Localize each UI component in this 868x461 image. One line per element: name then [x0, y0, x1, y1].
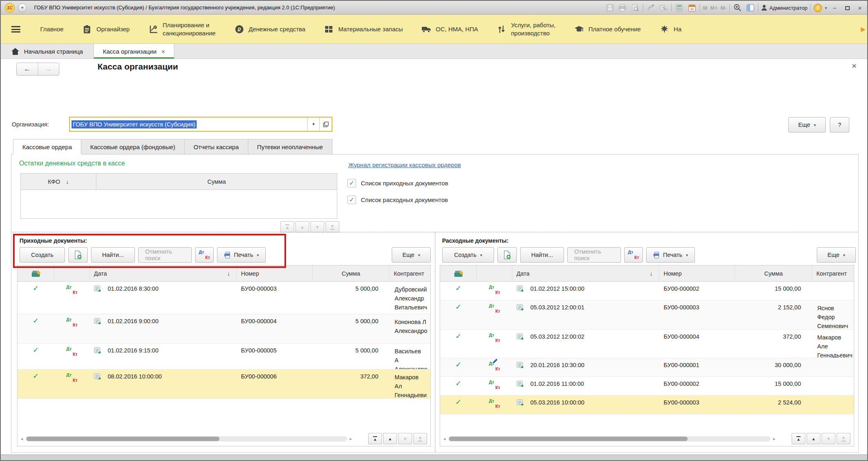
go-first-button[interactable]: ▲	[280, 221, 294, 233]
maximize-button[interactable]	[842, 4, 852, 11]
organization-open-icon[interactable]	[319, 117, 332, 131]
table-row[interactable]: ✓ ДтКт 01.02.2016 8:30:00 БУ00-000003 5 …	[17, 282, 430, 314]
table-row[interactable]: ✓ ДтКт 01.02.2016 9:00:00 БУ00-000004 5 …	[17, 314, 430, 344]
close-button[interactable]: ×	[855, 4, 865, 11]
column-blank[interactable]	[477, 265, 512, 281]
help-button[interactable]: ?	[830, 117, 849, 133]
organization-dropdown-icon[interactable]: ▾	[307, 117, 319, 131]
go-up-button[interactable]: ▲	[807, 433, 820, 444]
table-row[interactable]: ✓ ДтКт 01.02.2016 9:15:00 БУ00-000005 5 …	[17, 344, 430, 370]
go-last-button[interactable]: ▼	[413, 433, 427, 444]
attach-link-icon[interactable]	[659, 3, 668, 13]
calendar-icon[interactable]: 31	[687, 3, 697, 13]
tab-home[interactable]: Начальная страница	[1, 44, 93, 59]
go-up-button[interactable]: ▲	[295, 221, 309, 233]
hscrollbar-thumb[interactable]	[449, 437, 688, 441]
cash-register-icon[interactable]	[440, 265, 477, 281]
memory-add-icon[interactable]: M+	[710, 5, 718, 11]
column-kfo[interactable]: КФО ↓	[21, 174, 96, 189]
go-down-button[interactable]: ▼	[822, 433, 835, 444]
go-first-button[interactable]: ▲	[792, 433, 805, 444]
menu-overflow-arrow-icon[interactable]: ▶	[861, 26, 866, 33]
split-view-icon[interactable]	[745, 3, 755, 13]
hamburger-icon[interactable]	[11, 26, 20, 33]
menu-item-taxes[interactable]: На	[650, 15, 691, 43]
hscrollbar-track[interactable]	[26, 436, 347, 441]
memory-recall-icon[interactable]: M	[703, 5, 707, 11]
menu-item-paid-education[interactable]: Платное обучение	[565, 15, 650, 43]
column-sum[interactable]: Сумма	[735, 265, 812, 281]
incoming-new-document-icon[interactable]	[68, 247, 88, 263]
column-sum[interactable]: Сумма	[96, 174, 337, 189]
outgoing-cancel-search-button[interactable]: Отменить поиск	[567, 247, 621, 263]
table-row[interactable]: ✓ ДтКт 01.02.2012 15:00:00 БУ00-000002 1…	[440, 282, 854, 300]
journal-link[interactable]: Журнал регистрации кассовых ордеров	[348, 161, 461, 168]
outgoing-find-button[interactable]: Найти...	[520, 247, 564, 263]
checkbox-outgoing-list[interactable]: ✓ Список расходных документов	[347, 196, 448, 204]
print-preview-icon[interactable]	[630, 3, 640, 13]
outgoing-more-button[interactable]: Еще▾	[817, 247, 856, 263]
zoom-icon[interactable]	[733, 3, 742, 13]
go-up-button[interactable]: ▲	[383, 433, 397, 444]
go-last-button[interactable]: ▼	[837, 433, 851, 444]
incoming-cancel-search-button[interactable]: Отменить поиск	[138, 247, 192, 263]
info-icon[interactable]: i	[814, 4, 822, 12]
save-icon[interactable]	[605, 3, 615, 13]
hscrollbar-thumb[interactable]	[26, 437, 219, 441]
tab-cashier-reports[interactable]: Отчеты кассира	[184, 139, 248, 154]
tab-cash-orders[interactable]: Кассовые ордера	[13, 139, 81, 154]
scroll-right-icon[interactable]: ▸	[349, 436, 352, 441]
incoming-create-button[interactable]: Создать	[20, 247, 65, 263]
go-down-button[interactable]: ▼	[398, 433, 412, 444]
outgoing-print-button[interactable]: Печать▾	[646, 247, 695, 263]
current-user[interactable]: Администратор	[761, 4, 807, 11]
menu-item-fixed-assets[interactable]: ОС, НМА, НПА	[412, 15, 487, 43]
forward-button[interactable]: →	[38, 63, 59, 75]
column-contragent[interactable]: Контрагент	[812, 265, 854, 281]
menu-item-inventory[interactable]: Материальные запасы	[315, 15, 412, 43]
outgoing-new-document-icon[interactable]	[497, 247, 517, 263]
outgoing-dtkt-button[interactable]: ДтКт	[624, 247, 643, 263]
table-row[interactable]: ✓ ДтКт 01.02.2016 11:00:00 БУ00-000002 1…	[440, 377, 854, 396]
sync-link-icon[interactable]	[646, 3, 656, 13]
back-button[interactable]: ←	[17, 63, 38, 75]
info-dropdown-icon[interactable]: ▾	[825, 6, 827, 10]
form-close-icon[interactable]: ×	[852, 61, 857, 71]
tab-unpaid-vouchers[interactable]: Путевки неоплаченные	[248, 139, 332, 154]
calculator-icon[interactable]	[675, 3, 684, 13]
incoming-print-button[interactable]: Печать▾	[217, 247, 266, 263]
organization-value[interactable]: ГОБУ ВПО Университет искусств (Субсидия)	[70, 117, 307, 131]
column-date[interactable]: Дата↓	[512, 265, 660, 281]
menu-item-cash[interactable]: Р Денежные средства	[225, 15, 315, 43]
panel-splitter-vertical[interactable]	[435, 233, 436, 452]
table-row[interactable]: ✓ ДтКт 05.03.2012 12:00:01 БУ00-000003 2…	[440, 300, 854, 330]
incoming-dtkt-button[interactable]: ДтКт	[195, 247, 214, 263]
scroll-right-icon[interactable]: ▸	[773, 436, 775, 441]
go-down-button[interactable]: ▼	[310, 221, 324, 233]
column-contragent[interactable]: Контрагент	[390, 265, 430, 281]
memory-subtract-icon[interactable]: M-	[720, 5, 727, 11]
column-number[interactable]: Номер	[660, 265, 735, 281]
tab-cash-orders-fund[interactable]: Кассовые ордера (фондовые)	[81, 139, 184, 154]
table-row[interactable]: ✓ ДтКт 20.01.2016 10:30:00 БУ00-000001 3…	[440, 358, 854, 377]
print-icon[interactable]	[618, 3, 627, 13]
organization-field[interactable]: ГОБУ ВПО Университет искусств (Субсидия)…	[69, 117, 332, 132]
menu-item-planning[interactable]: Р Планирование и санкционирование	[139, 15, 225, 43]
menu-item-organizer[interactable]: Органайзер	[73, 15, 139, 43]
column-sum[interactable]: Сумма	[312, 265, 390, 281]
incoming-find-button[interactable]: Найти...	[91, 247, 135, 263]
minimize-button[interactable]: −	[830, 4, 840, 11]
outgoing-create-button[interactable]: Создать▾	[442, 247, 494, 263]
scroll-left-icon[interactable]: ◂	[443, 436, 446, 441]
hscrollbar-track[interactable]	[448, 436, 771, 441]
scroll-left-icon[interactable]: ◂	[21, 436, 23, 441]
menu-item-services[interactable]: Услуги, работы, производство	[487, 15, 565, 43]
go-last-button[interactable]: ▼	[326, 221, 339, 233]
table-row-selected[interactable]: ✓ ДтКт 05.03.2016 10:00:00 БУ00-000003 2…	[440, 396, 854, 414]
main-menu-dropdown-icon[interactable]: ▾	[18, 3, 27, 12]
tab-close-icon[interactable]: ×	[161, 48, 165, 55]
go-first-button[interactable]: ▲	[368, 433, 382, 444]
page-more-button[interactable]: Еще▾	[788, 117, 826, 133]
checkbox-incoming-list[interactable]: ✓ Список приходных документов	[347, 179, 448, 187]
table-row-selected[interactable]: ✓ ДтКт 08.02.2016 10:00:00 БУ00-000006 3…	[17, 370, 430, 399]
